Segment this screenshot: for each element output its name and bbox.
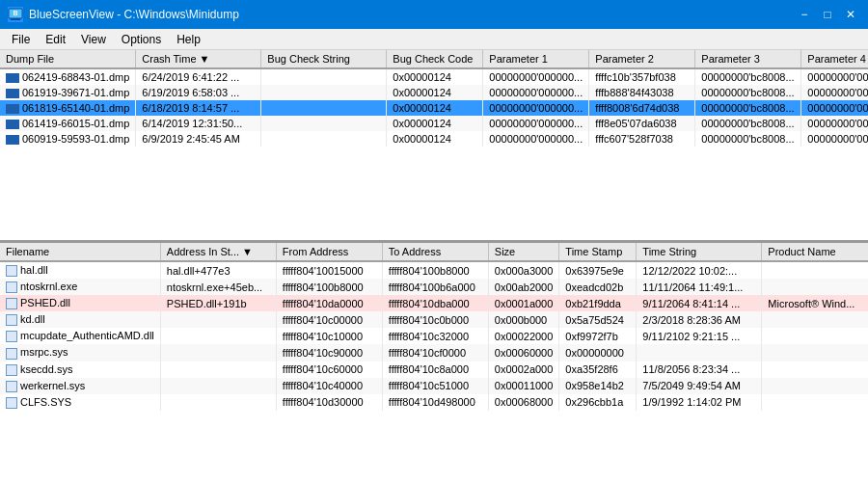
file-detail-row[interactable]: msrpc.sysfffff804'10c90000fffff804'10cf0… xyxy=(0,344,868,361)
dump-row[interactable]: 061819-65140-01.dmp6/18/2019 8:14:57 ...… xyxy=(0,100,868,116)
upper-col-bug-check-code[interactable]: Bug Check Code xyxy=(387,50,483,68)
file-icon xyxy=(6,265,17,277)
title-bar-controls: − □ ✕ xyxy=(795,5,860,24)
lower-col-size[interactable]: Size xyxy=(488,243,559,261)
file-icon xyxy=(6,348,17,360)
lower-col-to-address[interactable]: To Address xyxy=(382,243,488,261)
dump-file-list[interactable]: Dump FileCrash Time ▼Bug Check StringBug… xyxy=(0,50,868,243)
file-detail-row[interactable]: werkernel.sysfffff804'10c40000fffff804'1… xyxy=(0,378,868,394)
file-icon xyxy=(6,298,17,309)
dump-row[interactable]: 062419-68843-01.dmp6/24/2019 6:41:22 ...… xyxy=(0,68,868,85)
file-icon xyxy=(6,281,17,293)
window-title: BlueScreenView - C:\Windows\Minidump xyxy=(29,8,239,21)
menu-item-help[interactable]: Help xyxy=(169,31,208,48)
menu-bar: FileEditViewOptionsHelp xyxy=(0,29,868,50)
lower-col-product-name[interactable]: Product Name xyxy=(762,243,868,261)
dump-file-icon xyxy=(6,89,19,98)
dump-row[interactable]: 061419-66015-01.dmp6/14/2019 12:31:50...… xyxy=(0,116,868,131)
minimize-button[interactable]: − xyxy=(795,5,814,24)
lower-col-filename[interactable]: Filename xyxy=(0,243,160,261)
dump-file-icon xyxy=(6,120,19,129)
file-detail-row[interactable]: ksecdd.sysfffff804'10c60000fffff804'10c8… xyxy=(0,362,868,378)
close-button[interactable]: ✕ xyxy=(841,5,860,24)
menu-item-file[interactable]: File xyxy=(4,31,38,48)
file-icon xyxy=(6,364,17,376)
file-detail-row[interactable]: ntoskrnl.exentoskrnl.exe+45eb...fffff804… xyxy=(0,279,868,295)
dump-file-icon xyxy=(6,104,19,114)
menu-item-view[interactable]: View xyxy=(73,31,114,48)
upper-col-bug-check-string[interactable]: Bug Check String xyxy=(261,50,387,68)
file-icon xyxy=(6,314,17,326)
file-detail-row[interactable]: CLFS.SYSfffff804'10d30000fffff804'10d498… xyxy=(0,394,868,411)
dump-row[interactable]: 061919-39671-01.dmp6/19/2019 6:58:03 ...… xyxy=(0,85,868,100)
upper-col-parameter-1[interactable]: Parameter 1 xyxy=(483,50,589,68)
upper-col-parameter-4[interactable]: Parameter 4 xyxy=(801,50,868,68)
lower-col-time-stamp[interactable]: Time Stamp xyxy=(559,243,637,261)
svg-text:B: B xyxy=(13,10,17,16)
upper-col-parameter-3[interactable]: Parameter 3 xyxy=(695,50,801,68)
file-icon xyxy=(6,397,17,409)
file-detail-row[interactable]: kd.dllfffff804'10c00000fffff804'10c0b000… xyxy=(0,311,868,328)
svg-rect-1 xyxy=(11,18,20,20)
menu-item-edit[interactable]: Edit xyxy=(38,31,73,48)
lower-col-address-in-st-[interactable]: Address In St... ▼ xyxy=(160,243,276,261)
file-detail-row[interactable]: mcupdate_AuthenticAMD.dllfffff804'10c100… xyxy=(0,328,868,344)
title-bar-left: B BlueScreenView - C:\Windows\Minidump xyxy=(8,7,239,22)
lower-table-header: FilenameAddress In St... ▼From AddressTo… xyxy=(0,243,868,261)
dump-file-icon xyxy=(6,135,19,145)
app-icon: B xyxy=(8,7,23,22)
main-content: Dump FileCrash Time ▼Bug Check StringBug… xyxy=(0,50,868,482)
menu-item-options[interactable]: Options xyxy=(114,31,169,48)
file-icon xyxy=(6,331,17,342)
upper-col-dump-file[interactable]: Dump File xyxy=(0,50,136,68)
file-detail-row[interactable]: PSHED.dllPSHED.dll+191bfffff804'10da0000… xyxy=(0,295,868,311)
file-detail-row[interactable]: hal.dllhal.dll+477e3fffff804'10015000fff… xyxy=(0,261,868,279)
title-bar: B BlueScreenView - C:\Windows\Minidump −… xyxy=(0,0,868,29)
file-detail-list[interactable]: FilenameAddress In St... ▼From AddressTo… xyxy=(0,243,868,482)
upper-table-header: Dump FileCrash Time ▼Bug Check StringBug… xyxy=(0,50,868,68)
file-icon xyxy=(6,381,17,392)
lower-col-time-string[interactable]: Time String xyxy=(637,243,762,261)
upper-col-parameter-2[interactable]: Parameter 2 xyxy=(589,50,695,68)
dump-file-icon xyxy=(6,73,19,83)
upper-table-body: 062419-68843-01.dmp6/24/2019 6:41:22 ...… xyxy=(0,68,868,147)
upper-col-crash-time[interactable]: Crash Time ▼ xyxy=(136,50,261,68)
maximize-button[interactable]: □ xyxy=(818,5,837,24)
dump-row[interactable]: 060919-59593-01.dmp6/9/2019 2:45:45 AM0x… xyxy=(0,131,868,147)
lower-table-body: hal.dllhal.dll+477e3fffff804'10015000fff… xyxy=(0,261,868,411)
lower-col-from-address[interactable]: From Address xyxy=(276,243,382,261)
